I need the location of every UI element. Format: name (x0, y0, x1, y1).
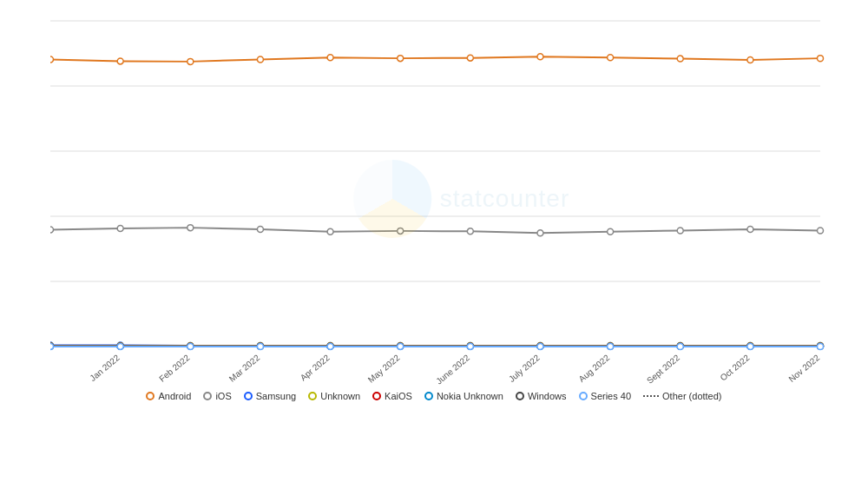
svg-point-31 (467, 55, 473, 61)
svg-point-115 (467, 343, 473, 349)
legend: AndroidiOSSamsungUnknownKaiOSNokia Unkno… (0, 386, 868, 405)
watermark: statcounter (353, 160, 570, 238)
svg-point-114 (398, 343, 404, 349)
legend-label: Nokia Unknown (437, 391, 503, 401)
svg-point-119 (747, 343, 753, 349)
svg-point-45 (608, 228, 614, 235)
legend-dot-icon (579, 392, 588, 400)
legend-item: Android (146, 391, 191, 401)
svg-point-32 (537, 54, 543, 60)
svg-text:June 2022: June 2022 (434, 353, 471, 386)
legend-dot-icon (203, 392, 212, 400)
svg-point-110 (117, 343, 123, 349)
legend-dot-icon (424, 392, 433, 400)
svg-text:Jan 2022: Jan 2022 (88, 353, 122, 383)
legend-label: iOS (215, 391, 231, 401)
legend-item: Windows (516, 391, 567, 401)
svg-point-33 (608, 55, 614, 61)
svg-point-27 (187, 58, 194, 64)
svg-text:May 2022: May 2022 (366, 353, 402, 385)
legend-label: Windows (528, 391, 567, 401)
svg-point-46 (677, 228, 683, 234)
legend-item: Samsung (244, 391, 296, 401)
watermark-text: statcounter (440, 185, 570, 213)
svg-point-48 (818, 228, 824, 234)
watermark-logo (353, 160, 431, 238)
svg-text:July 2022: July 2022 (507, 353, 542, 384)
svg-point-35 (747, 57, 753, 63)
svg-point-25 (50, 56, 54, 63)
legend-item: iOS (203, 391, 231, 401)
svg-point-111 (187, 343, 194, 349)
svg-point-29 (327, 55, 333, 61)
svg-text:Apr 2022: Apr 2022 (299, 353, 332, 383)
legend-label: Samsung (256, 391, 296, 401)
svg-point-38 (117, 226, 123, 232)
svg-point-39 (187, 225, 194, 231)
svg-point-28 (257, 56, 263, 63)
svg-point-47 (747, 227, 753, 233)
legend-item: Unknown (308, 391, 360, 401)
svg-text:Oct 2022: Oct 2022 (718, 353, 751, 383)
svg-text:Feb 2022: Feb 2022 (157, 353, 192, 384)
svg-point-34 (677, 56, 683, 62)
legend-label: Unknown (320, 391, 360, 401)
legend-label: Other (dotted) (662, 391, 721, 401)
legend-label: Android (158, 391, 191, 401)
chart-title (0, 0, 868, 9)
svg-point-117 (608, 343, 614, 349)
svg-point-26 (117, 58, 123, 64)
legend-item: KaiOS (372, 391, 412, 401)
svg-text:Mar 2022: Mar 2022 (227, 353, 262, 384)
svg-point-120 (818, 343, 824, 349)
legend-dot-icon (308, 392, 317, 400)
svg-point-36 (818, 56, 824, 62)
chart-area: statcounter 0%16%32%48%64%80%Dec 2021Jan… (50, 12, 829, 386)
legend-dot-icon (244, 392, 253, 400)
legend-dot-icon (372, 392, 381, 400)
legend-label: KaiOS (385, 391, 412, 401)
legend-line-icon (643, 395, 659, 397)
legend-item: Series 40 (579, 391, 631, 401)
svg-text:Nov 2022: Nov 2022 (786, 353, 821, 384)
svg-point-37 (50, 227, 54, 233)
chart-container: statcounter 0%16%32%48%64%80%Dec 2021Jan… (0, 0, 868, 489)
svg-point-30 (398, 56, 404, 62)
svg-point-109 (50, 343, 54, 349)
svg-point-118 (677, 343, 683, 349)
legend-item: Other (dotted) (643, 391, 721, 401)
svg-point-112 (257, 343, 263, 349)
svg-text:Dec 2021: Dec 2021 (50, 353, 52, 384)
legend-dot-icon (146, 392, 155, 400)
svg-point-116 (537, 343, 543, 349)
legend-dot-icon (516, 392, 524, 400)
svg-text:Sept 2022: Sept 2022 (645, 353, 681, 386)
svg-text:Aug 2022: Aug 2022 (576, 353, 611, 384)
svg-point-40 (257, 227, 263, 233)
legend-label: Series 40 (591, 391, 631, 401)
svg-point-41 (327, 228, 333, 235)
legend-item: Nokia Unknown (424, 391, 503, 401)
svg-point-113 (327, 343, 333, 349)
